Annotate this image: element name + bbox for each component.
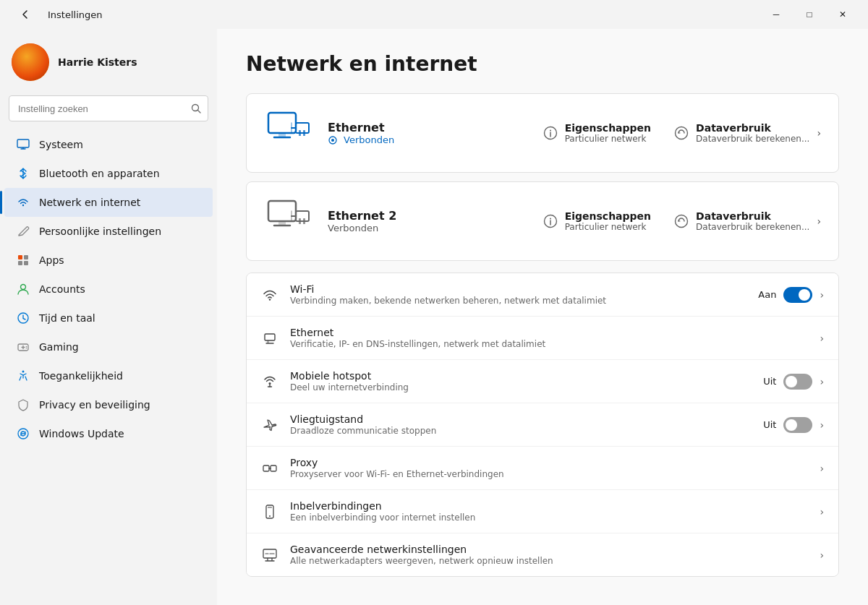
hotspot-right: Uit › — [763, 374, 824, 390]
settings-item-proxy[interactable]: Proxy Proxyserver voor Wi-Fi- en Etherne… — [247, 447, 838, 490]
ethernet1-card[interactable]: Ethernet Verbonden — [246, 93, 839, 173]
pencil-icon — [16, 224, 30, 239]
chevron-right-icon: › — [820, 376, 824, 387]
svg-rect-47 — [271, 465, 276, 471]
chevron-right-icon: › — [817, 215, 821, 227]
sidebar-item-label: Accounts — [39, 283, 201, 295]
geavanceerd-desc: Alle netwerkadapters weergeven, netwerk … — [290, 556, 808, 566]
info-icon — [543, 126, 558, 140]
data-icon — [674, 126, 689, 140]
chevron-right-icon: › — [820, 463, 824, 474]
info-icon — [543, 214, 558, 228]
settings-item-vliegtuig[interactable]: Vliegtuigstand Draadloze communicatie st… — [247, 403, 838, 447]
inbel-right: › — [820, 506, 824, 518]
sidebar-item-tijd[interactable]: Tijd en taal — [4, 304, 213, 332]
monitor-advanced-icon — [261, 546, 278, 564]
update-icon — [16, 426, 30, 441]
toggle-knob — [786, 376, 797, 387]
minimize-button[interactable]: ─ — [760, 3, 793, 26]
settings-item-ethernet[interactable]: Ethernet Verificatie, IP- en DNS-instell… — [247, 317, 838, 360]
monitor-icon — [16, 137, 30, 152]
ethernet2-prop1-text: Eigenschappen Particulier netwerk — [565, 210, 651, 232]
ethernet1-status: Verbonden — [328, 134, 529, 145]
search-box — [9, 95, 208, 121]
window-controls: ─ □ ✕ — [760, 3, 859, 26]
user-name: Harrie Kisters — [58, 56, 137, 68]
ethernet2-dataverbruik[interactable]: Dataverbruik Dataverbruik berekenen... › — [674, 210, 821, 232]
sidebar-item-accounts[interactable]: Accounts — [4, 275, 213, 304]
ethernet1-eigenschappen[interactable]: Eigenschappen Particulier netwerk — [543, 122, 651, 144]
vliegtuig-content: Vliegtuigstand Draadloze communicatie st… — [290, 413, 752, 436]
sidebar-item-toegankelijkheid[interactable]: Toegankelijkheid — [4, 361, 213, 390]
ethernet-desc: Verificatie, IP- en DNS-instellingen, ne… — [290, 339, 808, 349]
settings-item-inbel[interactable]: Inbelverbindingen Een inbelverbinding vo… — [247, 490, 838, 533]
search-input[interactable] — [9, 95, 208, 121]
ethernet2-prop2-text: Dataverbruik Dataverbruik berekenen... — [696, 210, 809, 232]
svg-rect-24 — [303, 130, 305, 136]
ethernet1-dataverbruik[interactable]: Dataverbruik Dataverbruik berekenen... › — [674, 122, 821, 144]
sidebar: Harrie Kisters Systeem — [0, 29, 217, 605]
hotspot-content: Mobiele hotspot Deel uw internetverbindi… — [290, 370, 752, 392]
svg-rect-42 — [265, 334, 275, 340]
page-title: Netwerk en internet — [246, 52, 839, 76]
sidebar-item-label: Systeem — [39, 139, 201, 150]
svg-point-40 — [676, 215, 688, 228]
window-title: Instellingen — [48, 9, 103, 20]
vliegtuig-toggle[interactable] — [783, 417, 812, 433]
svg-rect-23 — [299, 130, 301, 136]
hotspot-toggle[interactable] — [783, 374, 812, 390]
maximize-button[interactable]: □ — [793, 3, 826, 26]
inbel-title: Inbelverbindingen — [290, 500, 808, 512]
svg-rect-34 — [296, 211, 309, 221]
avatar-image — [12, 43, 49, 81]
sidebar-item-systeem[interactable]: Systeem — [4, 130, 213, 159]
avatar — [12, 43, 49, 81]
svg-point-10 — [21, 285, 26, 290]
ethernet2-card[interactable]: Ethernet 2 Verbonden Eigenschappe — [246, 181, 839, 261]
chevron-right-icon: › — [820, 506, 824, 518]
vliegtuig-desc: Draadloze communicatie stoppen — [290, 426, 752, 436]
wifi-icon — [16, 195, 30, 210]
sidebar-item-label: Netwerk en internet — [39, 197, 201, 208]
chevron-right-icon: › — [820, 419, 824, 431]
sidebar-item-update[interactable]: Windows Update — [4, 419, 213, 448]
svg-point-41 — [269, 299, 271, 300]
ethernet2-icon — [264, 197, 313, 246]
ethernet1-name: Ethernet — [328, 121, 529, 134]
settings-item-hotspot[interactable]: Mobiele hotspot Deel uw internetverbindi… — [247, 360, 838, 403]
geavanceerd-content: Geavanceerde netwerkinstellingen Alle ne… — [290, 544, 808, 566]
sidebar-item-netwerk[interactable]: Netwerk en internet — [4, 188, 213, 217]
settings-item-geavanceerd[interactable]: Geavanceerde netwerkinstellingen Alle ne… — [247, 533, 838, 576]
search-icon — [191, 103, 201, 113]
data-icon — [674, 214, 689, 228]
sidebar-item-persoonlijk[interactable]: Persoonlijke instellingen — [4, 217, 213, 246]
close-button[interactable]: ✕ — [826, 3, 859, 26]
svg-rect-22 — [296, 123, 309, 133]
sidebar-item-apps[interactable]: Apps — [4, 246, 213, 275]
proxy-desc: Proxyserver voor Wi-Fi- en Ethernet-verb… — [290, 469, 808, 479]
airplane-icon — [261, 416, 278, 434]
settings-item-wifi[interactable]: Wi-Fi Verbinding maken, bekende netwerke… — [247, 273, 838, 317]
sidebar-item-bluetooth[interactable]: Bluetooth en apparaten — [4, 159, 213, 188]
sidebar-item-label: Gaming — [39, 341, 201, 353]
proxy-icon — [261, 460, 278, 477]
ethernet2-status: Verbonden — [328, 223, 529, 233]
back-button[interactable] — [9, 3, 42, 26]
ethernet1-prop2-text: Dataverbruik Dataverbruik berekenen... — [696, 122, 809, 144]
sidebar-item-gaming[interactable]: Gaming — [4, 332, 213, 361]
ethernet1-info: Ethernet Verbonden — [328, 121, 529, 145]
ethernet1-prop1-text: Eigenschappen Particulier netwerk — [565, 122, 651, 144]
shield-icon — [16, 398, 30, 412]
svg-point-16 — [26, 348, 27, 349]
ethernet2-eigenschappen[interactable]: Eigenschappen Particulier netwerk — [543, 210, 651, 232]
geavanceerd-right: › — [820, 549, 824, 561]
bluetooth-icon — [16, 166, 30, 181]
chevron-right-icon: › — [817, 127, 821, 139]
sidebar-item-privacy[interactable]: Privacy en beveiliging — [4, 390, 213, 419]
wifi-right: Aan › — [758, 287, 824, 303]
user-section[interactable]: Harrie Kisters — [0, 35, 217, 95]
svg-point-5 — [22, 205, 24, 206]
wifi-content: Wi-Fi Verbinding maken, bekende netwerke… — [290, 283, 746, 306]
ethernet-title: Ethernet — [290, 327, 808, 338]
wifi-toggle[interactable] — [783, 287, 812, 303]
